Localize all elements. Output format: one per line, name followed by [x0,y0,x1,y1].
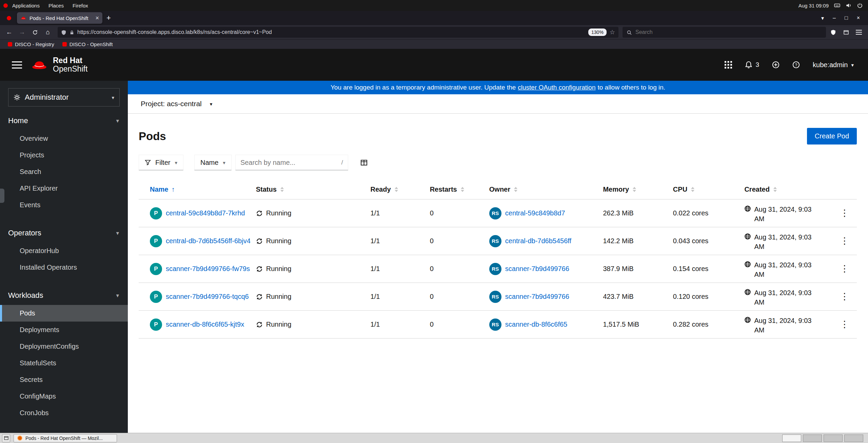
url-input[interactable] [77,29,585,35]
manage-columns-icon[interactable] [360,159,368,166]
library-icon[interactable] [840,27,852,38]
row-actions-kebab-icon[interactable]: ⋮ [840,236,849,246]
app-launcher-grid-icon[interactable] [725,61,732,69]
sidebar-item-installed-operators[interactable]: Installed Operators [0,259,128,276]
window-minimize-button[interactable]: – [833,15,836,21]
sort-icon [514,187,517,192]
sidebar-item-events[interactable]: Events [0,197,128,213]
url-bar[interactable]: 130% ☆ [58,27,618,38]
ready-cell: 1/1 [371,289,430,304]
row-actions-kebab-icon[interactable]: ⋮ [840,320,849,329]
column-header-memory[interactable]: Memory [603,180,673,199]
browser-tab[interactable]: Pods - Red Hat OpenShift × [17,12,102,24]
pod-link[interactable]: scanner-7b9d499766-fw79s [166,265,250,273]
row-actions-kebab-icon[interactable]: ⋮ [840,292,849,301]
name-search-field[interactable]: / [235,155,348,170]
window-maximize-button[interactable]: □ [845,15,848,21]
places-menu[interactable]: Places [44,0,68,11]
browser-menu-icon[interactable] [853,27,865,38]
project-selector[interactable]: Project: acs-central [141,100,202,108]
cluster-oauth-configuration-link[interactable]: cluster OAuth configuration [518,84,595,91]
perspective-switcher[interactable]: Administrator ▾ [8,88,120,107]
column-header-status[interactable]: Status [256,180,371,199]
taskbar-window-button[interactable]: Pods - Red Hat OpenShift — Mozil... [14,434,117,442]
name-search-input[interactable] [240,159,339,167]
sidebar-drawer-handle[interactable] [0,189,4,203]
sidebar-item-secrets[interactable]: Secrets [0,371,128,388]
column-label: Memory [603,186,629,193]
row-actions-kebab-icon[interactable]: ⋮ [840,209,849,218]
sidebar-item-cronjobs[interactable]: CronJobs [0,405,128,421]
save-to-pocket-icon[interactable] [827,27,839,38]
pod-link[interactable]: central-59c849b8d7-7krhd [166,209,245,217]
sidebar-item-statefulsets[interactable]: StatefulSets [0,355,128,371]
pod-link[interactable]: scanner-db-8f6c6f65-kjt9x [166,321,244,328]
firefox-app-icon[interactable] [3,12,15,24]
tracking-protection-shield-icon[interactable] [61,29,66,35]
show-desktop-icon[interactable] [2,434,10,442]
home-button[interactable]: ⌂ [42,27,54,38]
forward-button[interactable]: → [16,27,28,38]
sidebar-item-deployments[interactable]: Deployments [0,322,128,338]
applications-menu[interactable]: Applications [8,0,44,11]
chevron-down-icon[interactable]: ▾ [210,101,213,107]
tab-close-button[interactable]: × [95,15,99,22]
search-attribute-dropdown[interactable]: Name ▾ [194,155,232,170]
nav-section-toggle-home[interactable]: Home ▾ [0,111,128,130]
sidebar-item-overview[interactable]: Overview [0,130,128,147]
workspace-1[interactable] [782,435,801,442]
column-header-created[interactable]: Created [744,180,835,199]
workspace-2[interactable] [803,435,822,442]
window-close-button[interactable]: × [857,15,860,21]
list-all-tabs-button[interactable]: ▾ [821,15,824,21]
owner-link[interactable]: central-59c849b8d7 [505,209,565,217]
desktop-clock[interactable]: Aug 31 09:09 [798,3,829,8]
nav-toggle-hamburger-icon[interactable] [9,57,24,72]
bookmark-disco-openshift[interactable]: DISCO - OpenShift [59,41,116,47]
pod-link[interactable]: scanner-7b9d499766-tqcq6 [166,293,249,301]
back-button[interactable]: ← [3,27,15,38]
bookmark-disco-registry[interactable]: DISCO - Registry [5,41,57,47]
help-icon[interactable] [792,61,800,69]
sidebar-item-operatorhub[interactable]: OperatorHub [0,243,128,259]
connection-lock-icon[interactable] [70,29,74,35]
nav-section-toggle-workloads[interactable]: Workloads ▾ [0,286,128,305]
sidebar-item-api-explorer[interactable]: API Explorer [0,180,128,197]
nav-section-toggle-operators[interactable]: Operators ▾ [0,224,128,243]
sidebar-item-deploymentconfigs[interactable]: DeploymentConfigs [0,338,128,355]
column-header-cpu[interactable]: CPU [673,180,745,199]
pod-link[interactable]: central-db-7d6b5456ff-6bjv4 [166,237,251,245]
running-sync-icon [256,210,263,217]
owner-link[interactable]: scanner-7b9d499766 [505,293,569,301]
filter-dropdown[interactable]: Filter ▾ [139,155,183,170]
browser-search-bar[interactable] [623,27,826,38]
sidebar-item-pods[interactable]: Pods [0,305,128,322]
project-bar: Project: acs-central ▾ [128,94,868,114]
user-menu[interactable]: kube:admin ▾ [813,61,854,69]
new-tab-button[interactable]: + [106,14,111,22]
zoom-level-indicator[interactable]: 130% [588,28,607,36]
bookmark-star-icon[interactable]: ☆ [610,28,615,36]
quick-create-plus-icon[interactable] [772,61,780,69]
workspace-3[interactable] [824,435,843,442]
column-header-owner[interactable]: Owner [489,180,603,199]
column-header-ready[interactable]: Ready [371,180,430,199]
volume-icon[interactable] [846,2,852,8]
sidebar-item-configmaps[interactable]: ConfigMaps [0,388,128,405]
keyboard-layout-icon[interactable] [834,2,840,8]
browser-search-input[interactable] [635,29,822,35]
column-header-name[interactable]: Name ↑ [150,180,256,199]
sidebar-item-projects[interactable]: Projects [0,147,128,163]
row-actions-kebab-icon[interactable]: ⋮ [840,264,849,273]
column-header-restarts[interactable]: Restarts [430,180,489,199]
sidebar-item-search[interactable]: Search [0,163,128,180]
power-icon[interactable] [857,3,863,8]
workspace-4[interactable] [844,435,863,442]
owner-link[interactable]: scanner-db-8f6c6f65 [505,321,567,328]
owner-link[interactable]: scanner-7b9d499766 [505,265,569,273]
owner-link[interactable]: central-db-7d6b5456ff [505,237,571,245]
firefox-menu[interactable]: Firefox [68,0,93,11]
notifications-bell-icon[interactable]: 3 [745,61,759,69]
reload-button[interactable] [29,27,41,38]
create-pod-button[interactable]: Create Pod [807,128,857,145]
